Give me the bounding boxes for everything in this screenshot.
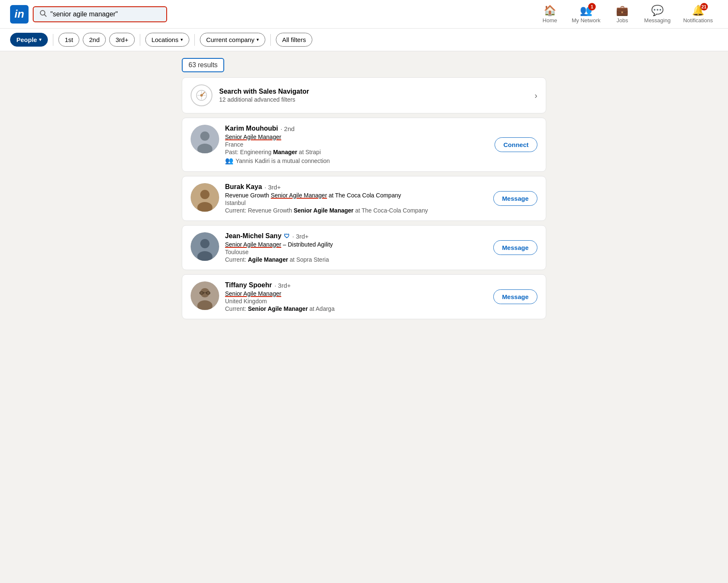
sales-navigator-card[interactable]: Search with Sales Navigator 12 additiona… [182, 77, 546, 113]
person-info: Burak Kaya · 3rd+ Revenue Growth Senior … [225, 183, 487, 214]
person-location: France [225, 141, 489, 148]
main-content: 63 results Search with Sales Navigator 1… [175, 51, 553, 330]
nav-item-notifications[interactable]: 🔔 21 Notifications [678, 2, 718, 26]
jobs-icon: 💼 [616, 5, 628, 16]
search-icon [39, 10, 47, 19]
mutual-text: Yannis Kadiri is a mutual connection [236, 158, 330, 164]
connect-button[interactable]: Connect [495, 137, 537, 152]
mutual-connection: 👥 Yannis Kadiri is a mutual connection [225, 157, 489, 165]
nav-label-messaging: Messaging [644, 17, 670, 24]
filter-all-filters-button[interactable]: All filters [276, 33, 312, 47]
search-input[interactable] [50, 11, 160, 18]
svg-point-8 [200, 131, 209, 141]
filter-people-button[interactable]: People ▾ [10, 33, 48, 47]
results-count-box: 63 results [182, 58, 224, 72]
company-chevron-icon: ▾ [257, 37, 259, 42]
person-location: Toulouse [225, 249, 487, 255]
person-past: Past: Engineering Manager at Strapi [225, 149, 489, 155]
person-name-text[interactable]: Tiffany Spoehr [225, 281, 272, 289]
filter-bar: People ▾ 1st 2nd 3rd+ Locations ▾ Curren… [0, 29, 728, 51]
person-name-text[interactable]: Jean-Michel Sany [225, 232, 281, 240]
filter-separator-1 [53, 34, 53, 46]
connection-degree: · 3rd+ [275, 282, 291, 289]
filter-current-company-label: Current company [206, 36, 254, 43]
filter-separator-2 [140, 34, 140, 46]
verified-icon: 🛡 [284, 233, 290, 239]
sales-navigator-link[interactable]: Search with Sales Navigator 12 additiona… [182, 78, 546, 113]
person-name: Burak Kaya · 3rd+ [225, 183, 487, 191]
nav-item-home[interactable]: 🏠 Home [536, 2, 564, 26]
mutual-icon: 👥 [225, 157, 233, 165]
person-card: Burak Kaya · 3rd+ Revenue Growth Senior … [182, 176, 546, 221]
nav-item-jobs[interactable]: 💼 Jobs [608, 2, 636, 26]
person-title-highlight: Senior Agile Manager [271, 192, 327, 199]
filter-2nd-label: 2nd [89, 36, 100, 43]
person-title: Revenue Growth Senior Agile Manager at T… [225, 192, 487, 199]
connection-degree: · 3rd+ [264, 184, 281, 191]
search-box[interactable] [33, 6, 167, 22]
filter-all-filters-label: All filters [282, 36, 306, 43]
person-card: Tiffany Spoehr · 3rd+ Senior Agile Manag… [182, 274, 546, 319]
filter-3rd-button[interactable]: 3rd+ [109, 33, 134, 47]
my-network-badge: 1 [588, 3, 596, 11]
sales-navigator-subtitle: 12 additional advanced filters [219, 96, 528, 103]
person-title-highlight: Senior Agile Manager [225, 241, 281, 248]
avatar[interactable] [191, 281, 219, 310]
nav-label-my-network: My Network [572, 17, 601, 24]
sales-navigator-icon [191, 84, 212, 106]
person-title: Senior Agile Manager – Distributed Agili… [225, 241, 487, 248]
filter-3rd-label: 3rd+ [115, 36, 128, 43]
sales-navigator-text: Search with Sales Navigator 12 additiona… [219, 88, 528, 103]
filter-locations-label: Locations [152, 36, 178, 43]
person-name-text[interactable]: Karim Mouhoubi [225, 125, 278, 132]
nav-item-my-network[interactable]: 👥 1 My Network [567, 2, 606, 26]
person-location: United Kingdom [225, 298, 487, 305]
message-button[interactable]: Message [493, 240, 537, 255]
nav-bar: 🏠 Home 👥 1 My Network 💼 Jobs 💬 Messaging… [536, 2, 718, 26]
svg-line-6 [202, 92, 204, 95]
linkedin-logo[interactable]: in [10, 5, 29, 24]
connection-degree: · 3rd+ [292, 233, 309, 240]
nav-item-messaging[interactable]: 💬 Messaging [639, 2, 676, 26]
filter-current-company-button[interactable]: Current company ▾ [200, 33, 265, 47]
person-title: Senior Agile Manager [225, 134, 489, 140]
person-past: Current: Agile Manager at Sopra Steria [225, 256, 487, 263]
filter-1st-label: 1st [65, 36, 73, 43]
message-button[interactable]: Message [493, 289, 537, 304]
filter-1st-button[interactable]: 1st [58, 33, 79, 47]
person-name: Jean-Michel Sany 🛡 · 3rd+ [225, 232, 487, 240]
filter-people-label: People [16, 36, 37, 43]
results-count: 63 results [189, 61, 217, 68]
home-icon: 🏠 [544, 5, 556, 16]
filter-locations-button[interactable]: Locations ▾ [145, 33, 189, 47]
filter-separator-3 [194, 34, 195, 46]
notifications-badge: 21 [700, 3, 708, 11]
messaging-icon: 💬 [651, 5, 664, 16]
person-info: Jean-Michel Sany 🛡 · 3rd+ Senior Agile M… [225, 232, 487, 263]
person-info: Karim Mouhoubi · 2nd Senior Agile Manage… [225, 125, 489, 165]
person-info: Tiffany Spoehr · 3rd+ Senior Agile Manag… [225, 281, 487, 312]
message-button[interactable]: Message [493, 191, 537, 206]
sales-navigator-title: Search with Sales Navigator [219, 88, 528, 95]
person-past: Current: Revenue Growth Senior Agile Man… [225, 207, 487, 214]
locations-chevron-icon: ▾ [181, 37, 183, 42]
avatar[interactable] [191, 183, 219, 212]
person-name: Tiffany Spoehr · 3rd+ [225, 281, 487, 289]
person-title-highlight: Senior Agile Manager [225, 134, 281, 140]
avatar[interactable] [191, 125, 219, 153]
person-card: Jean-Michel Sany 🛡 · 3rd+ Senior Agile M… [182, 225, 546, 270]
chevron-down-icon: ▾ [39, 37, 42, 42]
my-network-icon: 👥 1 [580, 5, 592, 16]
filter-2nd-button[interactable]: 2nd [83, 33, 106, 47]
person-name: Karim Mouhoubi · 2nd [225, 125, 489, 132]
notifications-icon: 🔔 21 [692, 5, 704, 16]
person-title: Senior Agile Manager [225, 290, 487, 297]
header: in 🏠 Home 👥 1 My Network 💼 Jobs 💬 [0, 0, 728, 29]
sales-nav-chevron-right-icon: › [534, 91, 537, 100]
avatar[interactable] [191, 232, 219, 261]
filter-separator-4 [270, 34, 271, 46]
svg-line-1 [45, 14, 47, 16]
person-name-text[interactable]: Burak Kaya [225, 183, 262, 191]
person-location: Istanbul [225, 200, 487, 206]
person-title-highlight: Senior Agile Manager [225, 290, 281, 297]
